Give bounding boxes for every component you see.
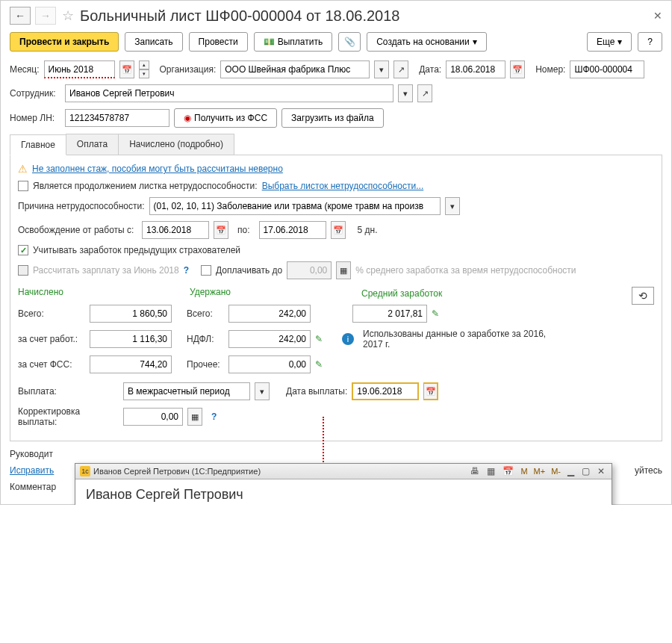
grid-icon[interactable]: ▦ [485,466,497,476]
calendar-icon[interactable]: 📅 [119,60,134,78]
ndfl-edit-icon[interactable]: ✎ [315,334,323,344]
date-to-calendar-icon[interactable]: 📅 [331,221,346,239]
print-icon[interactable]: 🖶 [468,466,482,476]
manager-label: Руководит [10,449,53,459]
more-button[interactable]: Еще ▾ [587,32,632,52]
comment-label: Комментар [10,482,56,492]
warning-icon: ⚠ [18,163,28,175]
edit-link[interactable]: Исправить [10,465,54,476]
ln-label: Номер ЛН: [10,113,60,123]
calc-salary-checkbox [18,265,28,276]
org-open-button[interactable]: ↗ [393,60,408,78]
m-plus-button[interactable]: M+ [532,467,547,476]
reason-input[interactable] [149,197,441,215]
correction-input[interactable] [123,408,183,426]
m-minus-button[interactable]: M- [550,467,562,476]
payment-date-input[interactable] [352,382,419,400]
payment-dropdown-button[interactable]: ▾ [255,382,270,400]
clip-icon: 📎 [344,37,355,47]
select-sheet-link[interactable]: Выбрать листок нетрудоспособности... [262,181,424,191]
warning-link[interactable]: Не заполнен стаж, пособия могут быть рас… [32,164,283,174]
fss-icon: ◉ [184,113,191,123]
save-button[interactable]: Записать [125,32,182,52]
fss-input[interactable] [90,355,172,373]
employer-label: за счет работ.: [18,334,85,344]
pay-button[interactable]: 💵Выплатить [254,32,333,52]
extra-pay-label: Доплачивать до [216,265,282,276]
org-input[interactable] [220,60,370,78]
consider-prev-label: Учитывать заработок предыдущих страховат… [33,245,240,255]
other-edit-icon[interactable]: ✎ [315,359,323,370]
back-button[interactable]: ← [10,7,31,25]
total-withheld-input[interactable] [228,305,311,323]
date-input[interactable] [446,60,505,78]
minimize-button[interactable]: ▁ [565,466,576,476]
number-input[interactable] [570,60,644,78]
avg-note: Использованы данные о заработке за 2016,… [363,329,550,350]
chevron-down-icon: ▾ [617,37,622,47]
correction-help-icon[interactable]: ? [211,411,217,422]
post-button[interactable]: Провести [189,32,248,52]
tab-main[interactable]: Главное [10,134,66,155]
date-to-input[interactable] [259,221,326,239]
date-from-calendar-icon[interactable]: 📅 [214,221,228,239]
reason-dropdown-button[interactable]: ▾ [445,197,460,215]
extra-pay-input [287,261,332,279]
extra-pay-checkbox[interactable] [201,265,211,276]
org-dropdown-button[interactable]: ▾ [374,60,389,78]
load-file-button[interactable]: Загрузить из файла [281,108,384,128]
popup-titlebar-text: Иванов Сергей Петрович (1С:Предприятие) [93,467,261,476]
popup-close-button[interactable]: ✕ [595,466,607,476]
consider-prev-checkbox[interactable] [18,245,28,255]
month-up-button[interactable]: ▴ [139,60,149,69]
continuation-checkbox[interactable] [18,181,28,191]
help-button[interactable]: ? [638,32,662,52]
month-label: Месяц: [10,64,40,75]
date-from-input[interactable] [142,221,209,239]
employee-input[interactable] [65,84,393,102]
info-icon[interactable]: i [342,333,354,345]
forward-button[interactable]: → [35,7,56,25]
payment-date-calendar-icon[interactable]: 📅 [423,382,438,400]
close-button[interactable]: ✕ [653,10,662,22]
help-icon[interactable]: ? [184,265,189,276]
number-label: Номер: [535,64,565,75]
extra-pay-hint: % среднего заработка за время нетрудоспо… [355,265,576,276]
maximize-button[interactable]: ▢ [579,466,592,476]
avg-edit-icon[interactable]: ✎ [432,308,439,319]
avg-salary-input[interactable] [352,305,427,323]
other-label: Прочее: [187,359,224,370]
ndfl-input[interactable] [228,330,311,348]
calendar-icon[interactable]: 📅 [500,466,516,476]
employee-dropdown-button[interactable]: ▾ [398,84,413,102]
date-calendar-icon[interactable]: 📅 [510,60,525,78]
payment-type-input[interactable] [123,382,250,400]
get-fss-button[interactable]: ◉ Получить из ФСС [174,108,277,128]
month-down-button[interactable]: ▾ [139,69,149,78]
days-label: 5 дн. [358,225,378,235]
money-icon: 💵 [264,37,275,47]
other-input[interactable] [228,355,311,373]
create-based-button[interactable]: Создать на основании ▾ [367,32,487,52]
post-close-button[interactable]: Провести и закрыть [10,32,119,52]
payment-label: Выплата: [18,386,119,397]
employee-open-button[interactable]: ↗ [417,84,432,102]
m-button[interactable]: M [519,467,529,476]
attach-button[interactable]: 📎 [338,32,361,52]
annotation-arrow [323,417,324,465]
favorite-icon[interactable]: ☆ [60,8,75,23]
employer-input[interactable] [90,330,172,348]
total-accrued-input[interactable] [90,305,172,323]
reason-label: Причина нетрудоспособности: [18,201,145,211]
release-from-label: Освобождение от работы с: [18,225,137,235]
total-withheld-label: Всего: [187,308,224,319]
org-label: Организация: [160,64,217,75]
accrued-header: Начислено [18,287,182,297]
employee-label: Сотрудник: [10,88,60,99]
refresh-button[interactable]: ⟲ [632,287,654,305]
ln-input[interactable] [65,109,169,127]
tab-accrued[interactable]: Начислено (подробно) [118,134,234,155]
month-input[interactable] [44,60,115,78]
correction-calc-icon[interactable]: ▦ [187,408,202,426]
tab-payment[interactable]: Оплата [66,134,119,155]
